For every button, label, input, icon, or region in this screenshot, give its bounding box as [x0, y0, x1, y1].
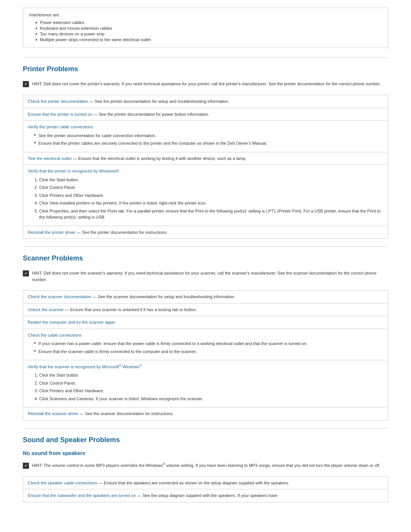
list-item: Click View installed printers or fax pri… [39, 200, 383, 206]
sound-row-ensure-on: Ensure that the subwoofer and the speake… [23, 489, 388, 502]
hint-icon: ✓ [23, 81, 29, 87]
sound-hint-text: HINT: The volume control in some MP3 pla… [32, 462, 380, 469]
printer-row-verify-windows: Verify that the printer is recognized by… [23, 165, 388, 226]
list-item: Click the Start button. [39, 177, 383, 183]
reinstall-printer-driver-link[interactable]: Reinstall the printer driver [28, 230, 75, 235]
sound-row-check-cable: Check the speaker cable connections — En… [23, 477, 388, 490]
hint-icon-scanner: ✓ [23, 270, 29, 276]
sound-speaker-heading: Sound and Speaker Problems [23, 436, 388, 444]
printer-problems-section: Printer Problems ✓ HINT: Dell does not c… [23, 65, 388, 239]
scanner-row-restart: Restart the computer and try the scanner… [23, 316, 388, 329]
scanner-hint-box: ✓ HINT: Dell does not cover the scanner'… [23, 268, 388, 284]
list-item: Multiple power strips connected to the s… [35, 37, 382, 42]
reinstall-printer-driver-text: — See the printer documentation for inst… [75, 230, 167, 235]
printer-windows-list: Click the Start button. Click Control Pa… [28, 174, 383, 223]
check-scanner-doc-text: — See the scanner documentation for setu… [91, 294, 236, 299]
printer-row-reinstall-driver: Reinstall the printer driver — See the p… [23, 226, 388, 239]
ensure-subwoofer-link[interactable]: Ensure that the subwoofer and the speake… [28, 493, 136, 498]
printer-hint-text: HINT: Dell does not cover the printer's … [32, 81, 381, 87]
list-item: See the printer documentation for cable … [34, 133, 383, 139]
list-item: If your scanner has a power cable, ensur… [34, 340, 383, 347]
printer-trouble-table: Check the printer documentation — See th… [23, 95, 388, 239]
test-outlet-link[interactable]: Test the electrical outlet [28, 156, 72, 161]
ensure-subwoofer-text: — See the setup diagram supplied with th… [136, 493, 277, 498]
check-printer-doc-link[interactable]: Check the printer documentation [28, 99, 88, 104]
interference-box: Interference are: Power extension cables… [23, 8, 388, 48]
list-item: Power extension cables [35, 20, 382, 25]
printer-cable-bullets: See the printer documentation for cable … [28, 130, 383, 149]
printer-row-ensure-on: Ensure that the printer is turned on — S… [23, 108, 388, 121]
sound-hint-box: ✓ HINT: The volume control in some MP3 p… [23, 461, 388, 470]
restart-computer-link[interactable]: Restart the computer and try the scanner… [28, 320, 115, 324]
scanner-row-check-cable: Check the cable connections If your scan… [23, 329, 388, 361]
printer-row-check-doc: Check the printer documentation — See th… [23, 95, 388, 108]
sound-hint-content: HINT: The volume control in some MP3 pla… [32, 463, 380, 468]
scanner-problems-heading: Scanner Problems [23, 254, 388, 262]
list-item: Click Control Panel. [39, 184, 383, 191]
section-divider-2 [23, 246, 388, 247]
scanner-row-reinstall-driver: Reinstall the scanner driver — See the s… [23, 407, 388, 420]
section-divider-3 [23, 428, 388, 428]
list-item: Click Control Panel. [39, 380, 383, 387]
check-speaker-cable-link[interactable]: Check the speaker cable connections [28, 481, 97, 485]
scanner-cable-bullets: If your scanner has a power cable, ensur… [28, 338, 383, 357]
verify-printer-windows-link[interactable]: Verify that the printer is recognized by… [28, 169, 119, 173]
scanner-row-verify-windows: Verify that the scanner is recognized by… [23, 360, 388, 407]
list-item: Click Printers and Other Hardware. [39, 388, 383, 394]
scanner-windows-list: Click the Start button. Click Control Pa… [28, 370, 383, 404]
list-item: Click Properties, and then select the Po… [39, 208, 383, 220]
scanner-hint-content: HINT: Dell does not cover the scanner's … [32, 271, 376, 282]
hint-icon-sound: ✓ [23, 463, 29, 469]
printer-row-verify-cable: Verify the printer cable connections See… [23, 121, 388, 152]
verify-scanner-windows-link[interactable]: Verify that the scanner is recognized by… [28, 364, 142, 369]
printer-problems-heading: Printer Problems [23, 65, 388, 73]
check-cable-link[interactable]: Check the cable connections [28, 333, 81, 337]
sound-trouble-table: Check the speaker cable connections — En… [23, 476, 388, 502]
unlock-scanner-link[interactable]: Unlock the scanner [28, 307, 64, 312]
list-item: Click the Start button. [39, 372, 383, 379]
check-printer-doc-text: — See the printer documentation for setu… [88, 99, 229, 104]
interference-title: Interference are: [29, 13, 382, 17]
list-item: Click Printers and Other Hardware. [39, 192, 383, 199]
ensure-printer-on-link[interactable]: Ensure that the printer is turned on [28, 112, 92, 117]
list-item: Click Scanners and Cameras. If your scan… [39, 396, 383, 402]
test-outlet-text: — Ensure that the electrical outlet is w… [72, 156, 247, 161]
scanner-row-check-doc: Check the scanner documentation — See th… [23, 291, 388, 304]
section-divider [23, 57, 388, 58]
printer-hint-box: ✓ HINT: Dell does not cover the printer'… [23, 79, 388, 89]
scanner-problems-section: Scanner Problems ✓ HINT: Dell does not c… [23, 254, 388, 420]
unlock-scanner-text: — Ensure that your scanner is unlocked i… [64, 307, 197, 312]
list-item: Too many devices on a power strip [35, 32, 382, 36]
verify-printer-cable-link[interactable]: Verify the printer cable connections [28, 125, 93, 129]
list-item: Ensure that the printer cables are secur… [34, 140, 383, 147]
reinstall-scanner-driver-link[interactable]: Reinstall the scanner driver [28, 411, 78, 416]
list-item: Ensure that the scanner cable is firmly … [34, 348, 383, 355]
list-item: Keyboard and mouse extension cables [35, 26, 382, 30]
printer-row-test-outlet: Test the electrical outlet — Ensure that… [23, 152, 388, 165]
check-scanner-doc-link[interactable]: Check the scanner documentation [28, 294, 91, 299]
printer-hint-content: HINT: Dell does not cover the printer's … [32, 81, 381, 86]
ensure-printer-on-text: — See the printer documentation for powe… [92, 112, 209, 117]
scanner-trouble-table: Check the scanner documentation — See th… [23, 290, 388, 420]
reinstall-scanner-driver-text: — See the scanner documentation for inst… [78, 411, 174, 416]
check-speaker-cable-text: — Ensure that the speakers are connected… [97, 481, 289, 485]
no-sound-subsection: No sound from speakers [23, 450, 388, 456]
scanner-row-unlock: Unlock the scanner — Ensure that your sc… [23, 304, 388, 316]
sound-speaker-section: Sound and Speaker Problems No sound from… [23, 436, 388, 502]
scanner-hint-text: HINT: Dell does not cover the scanner's … [32, 270, 388, 283]
interference-list: Power extension cables Keyboard and mous… [29, 20, 382, 42]
